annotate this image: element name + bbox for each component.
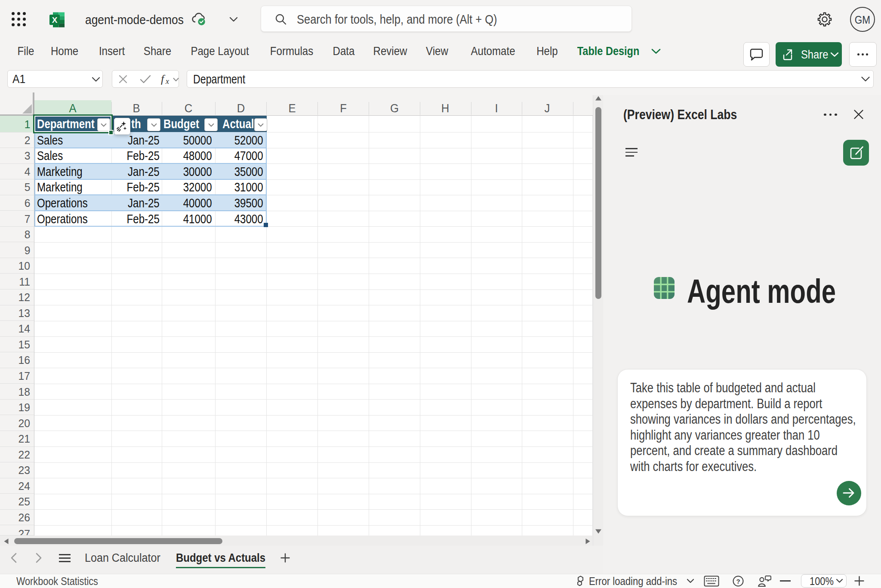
svg-text:f: f (161, 73, 166, 85)
svg-text:?: ? (736, 578, 740, 585)
svg-text:X: X (52, 15, 58, 25)
svg-text:x: x (165, 77, 169, 85)
